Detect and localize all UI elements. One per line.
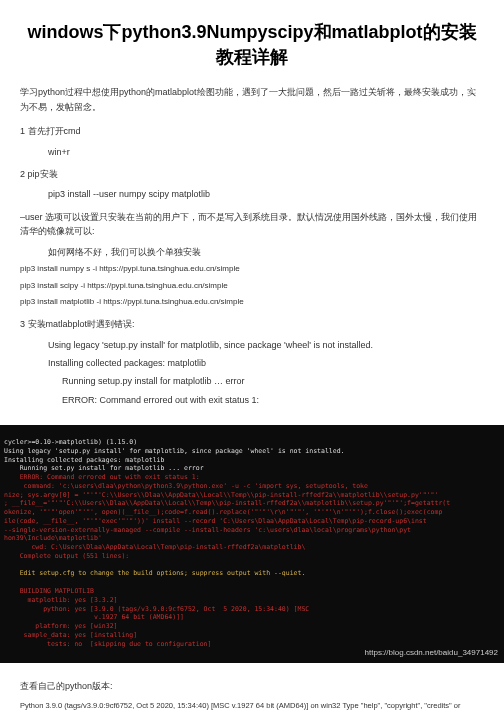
step-2-head: 2 pip安装	[20, 167, 484, 181]
term-error-line: cwd: C:\Users\Dlaa\AppData\Local\Temp\pi…	[4, 543, 305, 551]
step-3-e3: Running setup.py install for matplotlib …	[20, 374, 484, 388]
term-error-line: ile(code, __file__, '"'"'exec'"'"'))' in…	[4, 517, 427, 525]
term-build-line: matplotlib: yes [3.3.2]	[4, 596, 118, 604]
term-build-line: platform: yes [win32]	[4, 622, 118, 630]
pip-cmd-1: pip3 install numpy s -i https://pypi.tun…	[20, 263, 484, 276]
term-error-line: --single-version-externally-managed --co…	[4, 526, 411, 534]
step-1-item: win+r	[20, 145, 484, 159]
term-error-line: ERROR: Command errored out with exit sta…	[4, 473, 200, 481]
term-build-line: python: yes [3.9.0 (tags/v3.9.0:9cf6752,…	[4, 605, 309, 613]
check-version-label: 查看自己的python版本:	[20, 679, 484, 693]
term-error-line: command: 'c:\users\dlaa\python\python3.9…	[4, 482, 368, 490]
watermark-text: https://blog.csdn.net/baidu_34971492	[365, 648, 498, 659]
step-2-cmd: pip3 install --user numpy scipy matplotl…	[20, 187, 484, 201]
pip-cmd-3: pip3 install matplotlib -i https://pypi.…	[20, 296, 484, 309]
step-1-head: 1 首先打开cmd	[20, 124, 484, 138]
term-error-line: nize; sys.argv[0] = '"'"'C:\\Users\\Dlaa…	[4, 491, 438, 499]
term-error-line: ; __file__='"'"'C:\\Users\\Dlaa\\AppData…	[4, 499, 450, 507]
term-line: Running set.py install for matplotlib ..…	[4, 464, 204, 472]
term-error-line: okenize, '"'"'open'"'"', open)(__file__)…	[4, 508, 442, 516]
step-2-alt: 如何网络不好，我们可以换个单独安装	[20, 245, 484, 259]
intro-paragraph: 学习python过程中想使用python的matlabplot绘图功能，遇到了一…	[20, 85, 484, 114]
term-build-line: sample_data: yes [installing]	[4, 631, 137, 639]
step-3-e4: ERROR: Command errored out with exit sta…	[20, 393, 484, 407]
term-line: cycler>=0.10->matplotlib) (1.15.0)	[4, 438, 137, 446]
step-3-e1: Using legacy 'setup.py install' for matp…	[20, 338, 484, 352]
term-error-line: hon39\Include\matplotlib'	[4, 534, 102, 542]
step-3-head: 3 安装matlabplot时遇到错误:	[20, 317, 484, 331]
pip-cmd-2: pip3 install scipy -i https://pypi.tuna.…	[20, 280, 484, 293]
page-title: windows下python3.9Numpyscipy和matlabplot的安…	[20, 20, 484, 70]
term-build-line: BUILDING MATPLOTLIB	[4, 587, 94, 595]
terminal-output: cycler>=0.10->matplotlib) (1.15.0) Using…	[0, 425, 504, 663]
term-warn-line: Edit setup.cfg to change the build optio…	[4, 569, 305, 577]
term-line: Using legacy 'setup.py install' for matp…	[4, 447, 344, 455]
term-error-line: Complete output (551 lines):	[4, 552, 129, 560]
step-2-note: –user 选项可以设置只安装在当前的用户下，而不是写入到系统目录。默认情况使用…	[20, 210, 484, 239]
term-build-line: v.1927 64 bit (AMD64)]]	[4, 613, 184, 621]
version-string-line: Python 3.9.0 (tags/v3.9.0:9cf6752, Oct 5…	[20, 700, 484, 713]
step-3-e2: Installing collected packages: matplotli…	[20, 356, 484, 370]
term-build-line: tests: no [skipping due to configuration…	[4, 640, 211, 648]
term-line: Installing collected packages: matplotli…	[4, 456, 164, 464]
